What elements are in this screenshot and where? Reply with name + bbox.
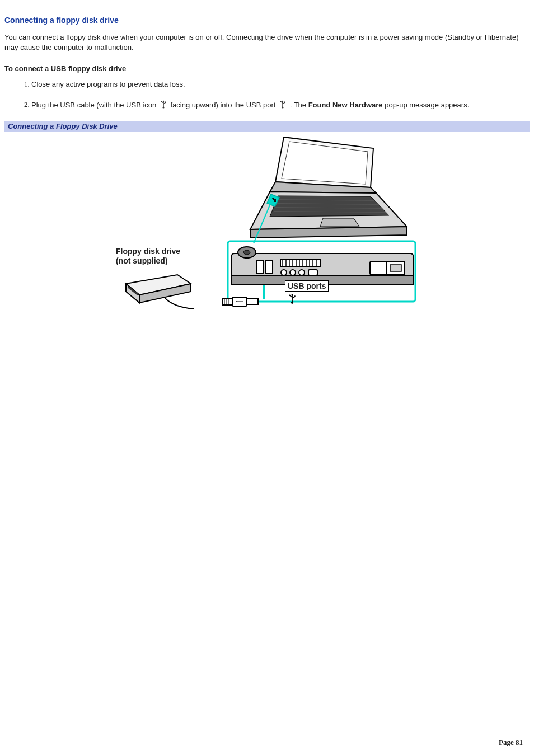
step-2-text-d: pop-up message appears.	[385, 100, 469, 109]
svg-point-13	[282, 106, 283, 108]
step-2-text-c: . The	[290, 100, 308, 109]
svg-line-29	[254, 199, 273, 243]
intro-paragraph: You can connect a floppy disk drive when…	[4, 32, 530, 52]
figure-illustration: USB ports Floppy disk drive (not supplie…	[99, 132, 435, 316]
svg-point-51	[281, 270, 287, 275]
usb-icon	[279, 100, 287, 111]
step-1: Close any active programs to prevent dat…	[31, 79, 530, 90]
fdd-label-line1: Floppy disk drive	[116, 247, 180, 256]
svg-rect-12	[284, 101, 285, 102]
svg-rect-54	[308, 270, 317, 275]
step-2-text-b: facing upward) into the USB port	[171, 100, 278, 109]
svg-rect-63	[294, 295, 296, 297]
fdd-label-line2: (not supplied)	[116, 256, 168, 265]
figure-caption: Connecting a Floppy Disk Drive	[4, 121, 530, 132]
svg-point-61	[289, 295, 291, 297]
svg-point-52	[290, 270, 296, 275]
svg-rect-76	[247, 299, 258, 304]
fdd-label: Floppy disk drive (not supplied)	[116, 247, 180, 266]
svg-point-64	[291, 302, 293, 304]
sub-title: To connect a USB floppy disk drive	[4, 64, 530, 73]
svg-point-3	[161, 101, 162, 102]
step-2-text-a: Plug the USB cable (with the USB icon	[31, 100, 158, 109]
svg-rect-38	[266, 260, 273, 274]
svg-point-6	[162, 106, 164, 108]
svg-rect-57	[390, 265, 401, 271]
steps-list: Close any active programs to prevent dat…	[4, 79, 530, 111]
svg-rect-39	[280, 259, 321, 267]
usb-plug-icon	[221, 296, 260, 307]
usb-icon	[288, 293, 297, 305]
svg-point-10	[280, 101, 281, 102]
svg-point-53	[299, 270, 305, 275]
svg-rect-69	[222, 298, 232, 305]
svg-rect-5	[165, 101, 166, 102]
svg-point-36	[243, 250, 250, 255]
usb-icon	[160, 100, 167, 111]
step-2: Plug the USB cable (with the USB icon fa…	[31, 100, 530, 111]
section-title: Connecting a floppy disk drive	[4, 16, 530, 25]
usb-ports-label: USB ports	[285, 280, 329, 292]
step-2-bold: Found New Hardware	[308, 100, 383, 109]
svg-rect-37	[257, 260, 264, 274]
